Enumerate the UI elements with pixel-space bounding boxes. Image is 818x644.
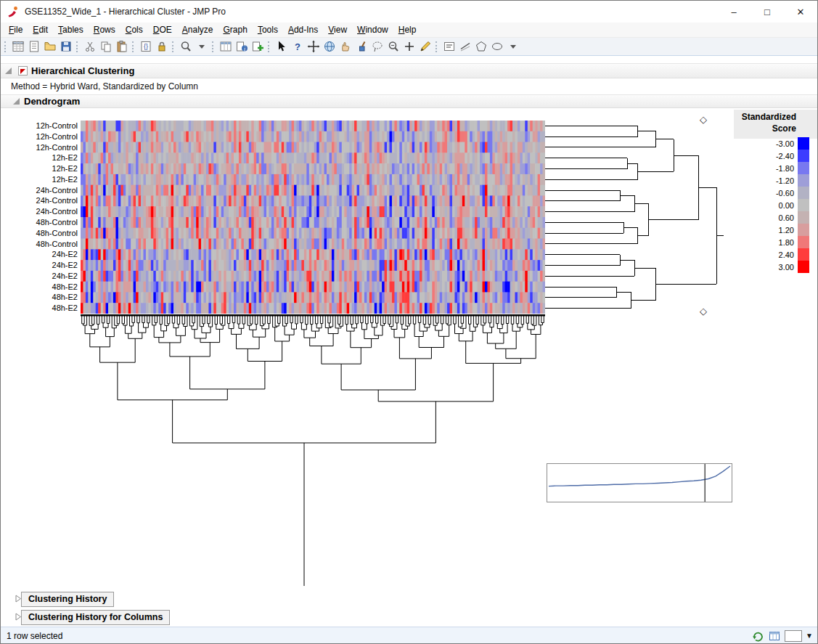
new-data-table-icon[interactable] — [10, 38, 26, 54]
open-file-icon[interactable] — [42, 38, 58, 54]
brush-tool-icon[interactable] — [353, 38, 369, 54]
outline-header-hierarchical-clustering[interactable]: Hierarchical Clustering — [1, 63, 818, 78]
legend-tick-label: 1.80 — [735, 238, 798, 247]
clustering-history-columns-header[interactable]: Clustering History for Columns — [21, 610, 170, 625]
disclosure-open-icon[interactable] — [12, 97, 20, 105]
row-label[interactable]: 24h-E2 — [1, 260, 78, 271]
legend-color-chip — [798, 174, 809, 187]
close-button[interactable]: ✕ — [784, 1, 817, 23]
column-info-icon[interactable]: i — [234, 38, 250, 54]
clustering-history-header[interactable]: Clustering History — [21, 592, 114, 607]
menu-cols[interactable]: Cols — [120, 23, 148, 36]
menu-file[interactable]: File — [4, 23, 28, 36]
table-indicator-icon[interactable] — [768, 629, 781, 643]
search-dropdown-icon[interactable] — [194, 38, 210, 54]
row-label[interactable]: 48h-E2 — [1, 292, 78, 303]
row-label[interactable]: 24h-E2 — [1, 249, 78, 260]
row-label[interactable]: 24h-Control — [1, 185, 78, 196]
window-selector-button[interactable] — [785, 630, 802, 642]
jmp-logo-icon — [7, 5, 20, 18]
row-label[interactable]: 12h-Control — [1, 131, 78, 142]
row-label[interactable]: 12h-E2 — [1, 152, 78, 163]
row-dendrogram[interactable] — [545, 121, 732, 314]
annotation-dropdown-icon[interactable] — [505, 38, 521, 54]
row-label[interactable]: 48h-Control — [1, 217, 78, 228]
search-icon[interactable] — [178, 38, 194, 54]
legend-entry: -3.00 — [735, 137, 809, 150]
arrow-tool-icon[interactable] — [274, 38, 290, 54]
menu-analyze[interactable]: Analyze — [177, 23, 218, 36]
row-label[interactable]: 24h-Control — [1, 206, 78, 217]
disclosure-open-icon[interactable] — [4, 67, 12, 75]
save-file-icon[interactable] — [58, 38, 74, 54]
line-annotation-icon[interactable] — [457, 38, 473, 54]
legend-tick-label: 3.00 — [735, 263, 798, 272]
crosshair-tool-icon[interactable] — [401, 38, 417, 54]
menu-tables[interactable]: Tables — [53, 23, 89, 36]
paste-icon[interactable] — [114, 38, 130, 54]
hand-tool-icon[interactable] — [338, 38, 353, 54]
menu-help[interactable]: Help — [393, 23, 422, 36]
lock-icon[interactable] — [154, 38, 170, 54]
script-window-icon[interactable]: {} — [138, 38, 154, 54]
magnifier-tool-icon[interactable] — [385, 38, 401, 54]
data-table-window-icon[interactable] — [218, 38, 234, 54]
row-label[interactable]: 24h-Control — [1, 195, 78, 206]
title-bar: GSE11352_Wide_1 - Hierarchical Cluster -… — [1, 1, 817, 23]
cluster-handle-top-icon[interactable]: ◇ — [696, 115, 711, 124]
distance-graph[interactable] — [547, 463, 732, 502]
polygon-annotation-icon[interactable] — [473, 38, 489, 54]
menu-window[interactable]: Window — [352, 23, 393, 36]
legend-entry: -2.40 — [735, 150, 809, 162]
legend-title: Standardized Score — [735, 111, 796, 134]
legend-entry: -0.60 — [735, 187, 809, 199]
legend-color-chip — [798, 199, 809, 211]
row-label[interactable]: 12h-Control — [1, 142, 78, 153]
legend-tick-label: 0.60 — [735, 213, 798, 222]
legend-tick-label: 1.20 — [735, 226, 798, 235]
legend-color-chip — [798, 137, 809, 150]
update-indicator-icon[interactable] — [751, 629, 764, 643]
new-journal-icon[interactable] — [26, 38, 42, 54]
pen-tool-icon[interactable] — [417, 38, 433, 54]
column-dendrogram[interactable] — [81, 314, 545, 587]
row-label[interactable]: 48h-Control — [1, 228, 78, 239]
move-tool-icon[interactable] — [306, 38, 322, 54]
menu-view[interactable]: View — [323, 23, 352, 36]
row-label[interactable]: 48h-E2 — [1, 303, 78, 314]
menu-edit[interactable]: Edit — [28, 23, 53, 36]
cut-icon[interactable] — [82, 38, 98, 54]
dendrogram-title: Dendrogram — [24, 96, 80, 107]
row-label[interactable]: 48h-E2 — [1, 282, 78, 293]
window-title: GSE11352_Wide_1 - Hierarchical Cluster -… — [25, 7, 226, 17]
menu-doe[interactable]: DOE — [148, 23, 177, 36]
row-label[interactable]: 12h-Control — [1, 121, 78, 131]
menu-graph[interactable]: Graph — [218, 23, 253, 36]
maximize-button[interactable]: □ — [750, 1, 784, 23]
legend-color-chip — [798, 162, 809, 174]
menu-addins[interactable]: Add-Ins — [283, 23, 323, 36]
row-label[interactable]: 24h-E2 — [1, 271, 78, 282]
menu-rows[interactable]: Rows — [89, 23, 120, 36]
add-columns-icon[interactable] — [250, 38, 266, 54]
window-selector-dropdown-icon[interactable]: ▼ — [806, 630, 813, 642]
lasso-tool-icon[interactable] — [369, 38, 385, 54]
globe-tool-icon[interactable] — [322, 38, 338, 54]
toolbar-drag-handle — [172, 41, 175, 52]
legend-color-chip — [798, 150, 809, 162]
minimize-button[interactable]: – — [717, 1, 750, 23]
cluster-handle-bottom-icon[interactable]: ◇ — [696, 306, 711, 316]
help-tool-icon[interactable]: ? — [290, 38, 306, 54]
text-annotation-icon[interactable] — [441, 38, 457, 54]
copy-icon[interactable] — [98, 38, 114, 54]
row-label[interactable]: 12h-E2 — [1, 163, 78, 174]
red-triangle-menu-icon[interactable] — [18, 66, 28, 76]
oval-annotation-icon[interactable] — [489, 38, 505, 54]
legend-color-chip — [798, 236, 809, 248]
outline-header-dendrogram[interactable]: Dendrogram — [1, 94, 818, 108]
heatmap[interactable] — [81, 121, 545, 314]
menu-tools[interactable]: Tools — [253, 23, 283, 36]
row-label[interactable]: 12h-E2 — [1, 174, 78, 185]
svg-text:{}: {} — [144, 43, 148, 50]
row-label[interactable]: 48h-Control — [1, 239, 78, 250]
